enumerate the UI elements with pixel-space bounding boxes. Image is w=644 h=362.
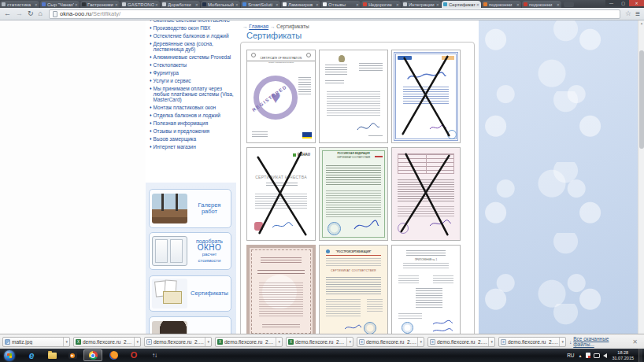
browser-tab[interactable]: Ламиниров✕ xyxy=(281,1,320,8)
certificate-thumbnail-letter[interactable] xyxy=(319,50,388,143)
browser-tab[interactable]: Доработки✕ xyxy=(161,1,200,8)
sidebar-item-wooden-windows[interactable]: ♦Деревянные окна (сосна, лиственница дуб… xyxy=(150,41,234,52)
sidebar-item-online-store[interactable]: ♦Интернет магазин xyxy=(150,144,234,150)
browser-tab-active[interactable]: Сертификат✕ xyxy=(442,1,481,8)
certificate-thumbnail-diploma[interactable] xyxy=(391,50,461,143)
tab-close-icon[interactable]: ✕ xyxy=(195,2,198,7)
browser-tab[interactable]: GASTRONOM✕ xyxy=(120,1,160,8)
sidebar-item-pvc-windows[interactable]: ♦Производство окон ПВХ xyxy=(150,25,234,31)
download-item[interactable]: edemo.flexcore.ru_2...html▾ xyxy=(498,337,566,347)
tab-close-icon[interactable]: ✕ xyxy=(35,2,38,7)
browser-tab[interactable]: Сыр "Чанах"✕ xyxy=(40,1,80,8)
tab-close-icon[interactable]: ✕ xyxy=(316,2,319,7)
sidebar-item-glass-units[interactable]: ♦Стеклопакеты xyxy=(150,62,234,68)
certificate-thumbnail-bsi[interactable]: CERTIFICATE OF REGISTRATION Quality Mana… xyxy=(246,50,316,143)
tab-close-icon[interactable]: ✕ xyxy=(75,2,78,7)
show-all-downloads-link[interactable]: ↓Все скачанные файлы... xyxy=(569,336,628,347)
tab-close-icon[interactable]: ✕ xyxy=(476,2,479,7)
certificate-thumbnail-rehau[interactable]: REHAU СЕРТИФИКАТ КАЧЕСТВА xyxy=(246,147,316,241)
chevron-down-icon[interactable]: ▾ xyxy=(346,338,353,346)
chevron-down-icon[interactable]: ▾ xyxy=(417,338,424,346)
show-desktop-button[interactable] xyxy=(638,349,642,362)
sidebar-item-services[interactable]: ♦Услуги и сервис xyxy=(150,78,234,83)
browser-tab[interactable]: Недорогие✕ xyxy=(361,1,401,8)
address-bar[interactable]: okna-ooo.ru /Sertifikaty/ xyxy=(49,9,620,19)
sidebar-item-useful-info[interactable]: ♦Полезная информация xyxy=(150,120,234,126)
download-item[interactable]: edemo.flexcore.ru_2...html▾ xyxy=(357,337,424,347)
tab-close-icon[interactable]: ✕ xyxy=(356,2,359,7)
home-icon[interactable]: ⌂ xyxy=(39,10,43,17)
sidebar-item-installation[interactable]: ♦Монтаж пластиковых окон xyxy=(150,105,234,110)
browser-tab[interactable]: Отзывы✕ xyxy=(321,1,361,8)
browser-tab[interactable]: Мобильный✕ xyxy=(201,1,240,8)
gallery-widget[interactable]: Галерея работ xyxy=(149,189,231,228)
minimize-button[interactable]: — xyxy=(605,0,617,6)
taskbar-opera[interactable]: O xyxy=(124,349,143,361)
browser-tab[interactable]: подоконни✕ xyxy=(482,1,521,8)
download-item[interactable]: Xdemo.flexcore.ru_29....csv▾ xyxy=(286,337,353,347)
sidebar-item-hardware[interactable]: ♦Фурнитура xyxy=(150,70,234,76)
certificate-thumbnail-conformity-green[interactable]: РОССИЙСКАЯ ФЕДЕРАЦИЯ СЕРТИФИКАТ СООТВЕТС… xyxy=(319,147,388,241)
download-item[interactable]: edemo.flexcore.ru_2...html▾ xyxy=(427,337,495,347)
forward-icon[interactable]: → xyxy=(16,10,23,17)
browser-menu-icon[interactable]: ≡ xyxy=(635,10,640,18)
chevron-down-icon[interactable]: ▾ xyxy=(488,338,494,346)
scroll-up-icon[interactable]: ▲ xyxy=(638,21,644,25)
certificates-widget[interactable]: Сертификаты xyxy=(149,275,231,312)
tab-close-icon[interactable]: ✕ xyxy=(115,2,118,7)
chevron-down-icon[interactable]: ▾ xyxy=(205,338,211,346)
bookmark-star-icon[interactable]: ☆ xyxy=(625,10,631,17)
browser-tab[interactable]: статистика✕ xyxy=(0,1,39,8)
browser-tab[interactable]: подоконни✕ xyxy=(522,1,561,8)
back-icon[interactable]: ← xyxy=(4,10,11,17)
window-calculator-widget[interactable]: подобрать ОКНО расчет стоимости xyxy=(149,232,231,270)
browser-tab[interactable]: Интеграции✕ xyxy=(402,1,441,8)
chevron-down-icon[interactable]: ▾ xyxy=(63,338,69,346)
tab-close-icon[interactable]: ✕ xyxy=(276,2,279,7)
start-button[interactable] xyxy=(4,350,15,361)
browser-tab[interactable]: SmartSoluti✕ xyxy=(241,1,280,8)
speaker-icon[interactable] xyxy=(603,353,607,358)
certificate-thumbnail-appendix[interactable]: ПРИЛОЖЕНИЕ № 1 xyxy=(391,245,461,334)
sidebar-item-reviews[interactable]: ♦Отзывы и предложения xyxy=(150,128,234,134)
certificate-thumbnail-pink[interactable] xyxy=(391,147,461,241)
tab-close-icon[interactable]: ✕ xyxy=(235,2,239,7)
taskbar-chrome-active[interactable] xyxy=(83,349,102,361)
hidden-icons-arrow[interactable]: ▲ xyxy=(579,353,583,358)
sidebar-item-payment[interactable]: ♦Мы принимаем оплату через любые платёжн… xyxy=(150,86,234,102)
breadcrumb-home-link[interactable]: Главная xyxy=(249,24,268,29)
sidebar-item-aluminium-provedal[interactable]: ♦Алюминиевые системы Provedal xyxy=(150,54,234,60)
taskbar-transfer-app[interactable]: ↑↓ xyxy=(145,349,164,361)
browser-tab[interactable]: Гастрономи✕ xyxy=(80,1,120,8)
tab-close-icon[interactable]: ✕ xyxy=(516,2,520,7)
taskbar-file-explorer[interactable] xyxy=(43,349,61,361)
vertical-scrollbar[interactable]: ▲ xyxy=(638,20,644,334)
download-item[interactable]: Xdemo.flexcore.ru_29....csv▾ xyxy=(215,337,283,347)
language-indicator[interactable]: RU xyxy=(567,353,574,358)
taskbar-clock[interactable]: 18:28 31.07.2015 xyxy=(612,350,634,360)
action-center-flag-icon[interactable] xyxy=(586,353,590,358)
maximize-button[interactable]: ▢ xyxy=(617,0,629,6)
tab-close-icon[interactable]: ✕ xyxy=(436,2,439,7)
taskbar-media-player[interactable]: ▶ xyxy=(63,349,82,361)
taskbar-firefox[interactable] xyxy=(104,349,123,361)
chevron-down-icon[interactable]: ▾ xyxy=(559,338,565,346)
taskbar-internet-explorer[interactable]: e xyxy=(22,349,41,361)
tab-close-icon[interactable]: ✕ xyxy=(557,2,560,7)
tab-close-icon[interactable]: ✕ xyxy=(396,2,399,7)
online-consultant-widget[interactable]: ONLINE xyxy=(149,316,231,334)
download-item[interactable]: matiz.jpg▾ xyxy=(2,337,70,347)
chevron-down-icon[interactable]: ▾ xyxy=(134,338,140,346)
sidebar-item-balcony-finishing[interactable]: ♦Отделка балконов и лоджий xyxy=(150,113,234,118)
certificate-thumbnail-rosstroy[interactable]: "РОССТРОЙСЕРТИФИКАЦИЯ" СЕРТИФИКАТ СООТВЕ… xyxy=(319,245,388,334)
new-tab-button[interactable] xyxy=(564,2,574,7)
downloads-bar-close-icon[interactable]: ✕ xyxy=(632,338,638,345)
download-item[interactable]: Xdemo.flexcore.ru_29....csv▾ xyxy=(73,337,141,347)
certificate-thumbnail-licence[interactable] xyxy=(246,245,316,334)
sidebar-item-measurer[interactable]: ♦Вызов замерщика xyxy=(150,136,234,142)
sidebar-item-montblanc[interactable]: ♦Оконные системы MONTBLANC xyxy=(150,20,234,23)
sidebar-item-balcony-glazing[interactable]: ♦Остекление балконов и лоджий xyxy=(150,33,234,39)
scrollbar-thumb[interactable] xyxy=(639,50,644,149)
tab-close-icon[interactable]: ✕ xyxy=(155,2,158,7)
chevron-down-icon[interactable]: ▾ xyxy=(276,338,282,346)
